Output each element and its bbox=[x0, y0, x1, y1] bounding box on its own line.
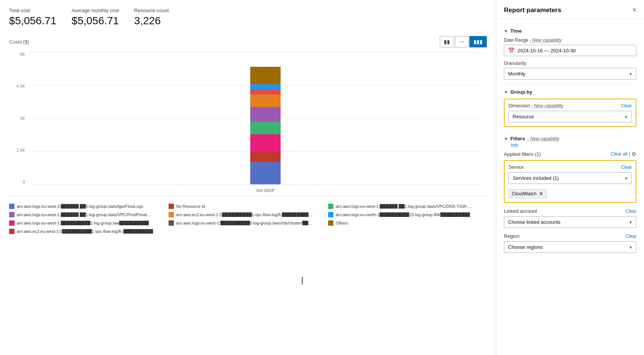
calendar-icon: 📅 bbox=[508, 47, 515, 53]
region-header: Region Clear bbox=[504, 233, 636, 239]
time-section-title: Time bbox=[510, 28, 522, 34]
legend-item-4: arn:aws:ec2:eu-west-1:S██████████s:vpc-f… bbox=[169, 212, 320, 217]
filters-section-header: ▼ Filters - New capability bbox=[504, 136, 636, 141]
chart-controls: ▮▮ ⋯ ▮▮▮ bbox=[440, 36, 487, 47]
filters-arrow-icon: ▼ bbox=[504, 137, 508, 141]
gear-icon[interactable]: ⚙ bbox=[631, 151, 636, 157]
x-label-oct: Oct 2024* bbox=[256, 188, 275, 193]
dimension-clear-link[interactable]: Clear bbox=[621, 103, 632, 108]
chart-area: 6K 4.5K 3K 1.5K 0 Oct 2024* bbox=[9, 52, 487, 196]
scatter-chart-button[interactable]: ⋯ bbox=[455, 36, 469, 47]
cloudwatch-tag-label: CloudWatch bbox=[512, 191, 537, 196]
linked-account-select[interactable]: Choose linked accounts bbox=[504, 216, 636, 228]
legend-color-5 bbox=[328, 212, 333, 217]
chart-legend: arn:aws:logs:eu-west-3:██████ ██6:log-gr… bbox=[9, 204, 487, 234]
linked-account-clear-link[interactable]: Clear bbox=[625, 209, 636, 214]
legend-item-3: arn:aws:logs:eu-west-1:██████ ██1:log-gr… bbox=[9, 212, 161, 217]
legend-item-9: arn:aws:ec2:eu-west-1:0██████████1:vpc-f… bbox=[9, 229, 161, 234]
avg-monthly-stat: Average monthly cost $5,056.71 bbox=[72, 8, 119, 27]
legend-text-4: arn:aws:ec2:eu-west-1:S██████████s:vpc-f… bbox=[176, 212, 313, 217]
bar-segment-3 bbox=[250, 122, 281, 134]
date-range-label-row: Date Range - New capability bbox=[504, 38, 636, 43]
group-by-arrow-icon: ▼ bbox=[504, 90, 508, 94]
bar-segment-7 bbox=[250, 84, 281, 89]
grid-line-top bbox=[30, 52, 483, 52]
legend-item-1: No Resource Id bbox=[169, 204, 320, 209]
legend-text-5: arn:aws:logs:eu-north-1██████████15:log-… bbox=[336, 212, 470, 217]
legend-text-6: arn:aws:logs:eu-west-1:██████████1:log-g… bbox=[17, 221, 149, 225]
y-label-1k5: 1.5K bbox=[16, 148, 25, 152]
legend-item-8: Others bbox=[328, 220, 480, 226]
granularity-select[interactable]: Daily Monthly Total bbox=[504, 68, 636, 80]
divider-2 bbox=[504, 132, 636, 133]
dimension-select[interactable]: Resource Service Account Region bbox=[508, 111, 632, 123]
report-parameters-panel: Report parameters × ▼ Time Date Range - … bbox=[496, 0, 644, 355]
total-cost-value: $5,056.71 bbox=[9, 15, 57, 27]
avg-monthly-value: $5,056.71 bbox=[72, 15, 119, 27]
bar-segment-4 bbox=[250, 107, 281, 122]
stats-row: Total cost $5,056.71 Average monthly cos… bbox=[9, 8, 487, 27]
region-select[interactable]: Choose regions bbox=[504, 241, 636, 253]
granularity-select-wrapper: Daily Monthly Total bbox=[504, 68, 636, 80]
legend-item-0: arn:aws:logs:eu-west-3:██████ ██6:log-gr… bbox=[9, 204, 161, 209]
legend-text-1: No Resource Id bbox=[176, 204, 205, 209]
time-section-header: ▼ Time bbox=[504, 28, 636, 34]
filters-new-cap: - New capability bbox=[527, 136, 560, 141]
dimension-label-row: Dimension - New capability Clear bbox=[508, 103, 632, 108]
legend-text-3: arn:aws:logs:eu-west-1:██████ ██1:log-gr… bbox=[17, 212, 153, 217]
y-label-3k: 3K bbox=[20, 116, 25, 121]
group-by-section-header: ▼ Group by bbox=[504, 89, 636, 95]
service-label: Service bbox=[508, 165, 524, 170]
region-select-wrapper: Choose regions bbox=[504, 241, 636, 253]
dimension-label: Dimension - New capability bbox=[508, 103, 564, 108]
filters-info-link[interactable]: Info bbox=[511, 143, 518, 148]
legend-color-6 bbox=[9, 220, 14, 226]
clear-all-row: Clear all | ⚙ bbox=[611, 151, 636, 157]
bar-oct bbox=[250, 67, 281, 184]
applied-filters-label: Applied filters (1) bbox=[504, 151, 541, 157]
legend-color-3 bbox=[9, 212, 14, 217]
region-clear-link[interactable]: Clear bbox=[625, 234, 636, 239]
legend-item-6: arn:aws:logs:eu-west-1:██████████1:log-g… bbox=[9, 220, 161, 226]
chart-title: Costs ($) bbox=[9, 39, 29, 45]
close-panel-button[interactable]: × bbox=[632, 6, 636, 14]
y-label-6k: 6K bbox=[20, 52, 25, 57]
date-range-label: Date Range - New capability bbox=[504, 38, 562, 43]
panel-title: Report parameters bbox=[504, 6, 561, 14]
bar-segment-1 bbox=[250, 152, 281, 162]
legend-color-8 bbox=[328, 220, 333, 226]
date-range-input[interactable]: 📅 2024-10-16 — 2024-10-30 bbox=[504, 45, 636, 56]
linked-account-header: Linked account Clear bbox=[504, 208, 636, 214]
y-label-4k5: 4.5K bbox=[16, 84, 25, 88]
resource-count-value: 3,226 bbox=[134, 15, 169, 27]
panel-body: ▼ Time Date Range - New capability 📅 202… bbox=[496, 19, 644, 263]
region-label: Region bbox=[504, 233, 519, 239]
bar-segment-8 bbox=[250, 67, 281, 84]
grid-line-bottom bbox=[30, 184, 483, 185]
legend-item-2: arn:aws:logs:eu-west-1:██████ ██1:log-gr… bbox=[328, 204, 480, 209]
y-label-0: 0 bbox=[23, 180, 25, 184]
bar-chart-button[interactable]: ▮▮ bbox=[440, 36, 454, 47]
services-included-select[interactable]: Services included (1) bbox=[508, 172, 632, 184]
y-axis: 6K 4.5K 3K 1.5K 0 bbox=[9, 52, 28, 184]
legend-color-1 bbox=[169, 204, 174, 209]
chart-plot: Oct 2024* bbox=[30, 52, 483, 184]
legend-color-2 bbox=[328, 204, 333, 209]
service-clear-link[interactable]: Clear bbox=[621, 165, 632, 170]
stacked-chart-button[interactable]: ▮▮▮ bbox=[469, 36, 487, 47]
service-filter-box: Service Clear Services included (1) Clou… bbox=[504, 160, 636, 203]
divider-1 bbox=[504, 84, 636, 85]
legend-text-2: arn:aws:logs:eu-west-1:██████ ██1:log-gr… bbox=[336, 204, 472, 209]
group-by-section-title: Group by bbox=[510, 89, 532, 95]
clear-all-link[interactable]: Clear all | bbox=[611, 151, 630, 157]
bar-segment-6 bbox=[250, 89, 281, 94]
legend-color-9 bbox=[9, 229, 14, 234]
cloudwatch-tag-remove[interactable]: ✕ bbox=[539, 191, 543, 197]
legend-text-7: arn:aws:logs:eu-west-1:██████████6:log-g… bbox=[176, 221, 313, 225]
total-cost-stat: Total cost $5,056.71 bbox=[9, 8, 57, 27]
granularity-label-row: Granularity bbox=[504, 61, 636, 66]
legend-color-7 bbox=[169, 220, 174, 226]
linked-account-select-wrapper: Choose linked accounts bbox=[504, 216, 636, 228]
service-label-row: Service Clear bbox=[508, 165, 632, 170]
legend-text-9: arn:aws:ec2:eu-west-1:0██████████1:vpc-f… bbox=[17, 229, 153, 234]
